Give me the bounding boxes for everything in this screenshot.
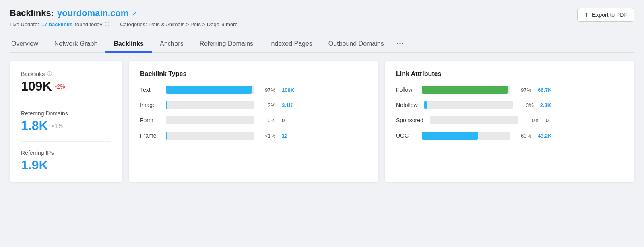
nav-tabs: Overview Network Graph Backlinks Anchors…: [10, 33, 634, 53]
referring-domains-value: 1.8K <1%: [21, 118, 111, 133]
export-pdf-button[interactable]: ⬆ Export to PDF: [577, 8, 634, 22]
bar-pct-text: 97%: [261, 87, 275, 93]
backlinks-stat: Backlinks ⓘ 109K -2%: [21, 70, 111, 102]
bar-row-sponsored: Sponsored 0% 0: [396, 116, 623, 124]
export-icon: ⬆: [584, 12, 589, 18]
domain-name: yourdomain.com: [57, 8, 128, 19]
bar-fill-image: [166, 101, 167, 109]
bar-pct-nofollow: 3%: [519, 102, 534, 108]
page-wrapper: Backlinks: yourdomain.com ↗ Live Update:…: [0, 0, 644, 247]
title-row: Backlinks: yourdomain.com ↗: [10, 8, 238, 19]
tab-backlinks[interactable]: Backlinks: [105, 36, 152, 53]
referring-domains-stat: Referring Domains 1.8K <1%: [21, 110, 111, 142]
bar-label-frame: Frame: [140, 132, 159, 139]
bar-count-ugc[interactable]: 43.2K: [538, 133, 557, 139]
tab-anchors[interactable]: Anchors: [152, 36, 192, 53]
bar-fill-nofollow: [424, 101, 427, 109]
bar-fill-frame: [166, 132, 167, 140]
live-backlinks-count[interactable]: 17 backlinks: [41, 21, 72, 27]
bar-label-image: Image: [140, 102, 159, 108]
export-button-label: Export to PDF: [592, 12, 627, 18]
more-categories-link[interactable]: 9 more: [221, 21, 237, 27]
tab-outbound-domains[interactable]: Outbound Domains: [320, 36, 392, 53]
live-update-prefix: Live Update:: [10, 21, 39, 27]
bar-count-text[interactable]: 109K: [282, 87, 301, 93]
tab-referring-domains[interactable]: Referring Domains: [192, 36, 261, 53]
bar-row-nofollow: Nofollow 3% 2.3K: [396, 101, 623, 109]
stats-card: Backlinks ⓘ 109K -2% Referring Domains 1…: [10, 61, 122, 182]
page-title-static: Backlinks:: [10, 8, 54, 19]
bar-track-frame: [166, 132, 254, 140]
bar-pct-ugc: 63%: [517, 133, 531, 139]
backlinks-change: -2%: [55, 83, 65, 90]
categories-label: Categories:: [120, 21, 147, 27]
bar-track-image: [166, 101, 254, 109]
info-icon[interactable]: ⓘ: [105, 21, 109, 28]
main-content: Backlinks ⓘ 109K -2% Referring Domains 1…: [10, 61, 634, 182]
backlinks-label: Backlinks ⓘ: [21, 70, 111, 77]
bar-label-nofollow: Nofollow: [396, 102, 418, 108]
referring-domains-change: <1%: [52, 123, 63, 129]
bar-fill-ugc: [422, 132, 478, 140]
referring-ips-label: Referring IPs: [21, 150, 111, 156]
bar-track-sponsored: [430, 116, 518, 124]
tab-network-graph[interactable]: Network Graph: [46, 36, 106, 53]
bar-row-frame: Frame <1% 12: [140, 132, 367, 140]
bar-pct-follow: 97%: [517, 87, 531, 93]
subtitle-row: Live Update: 17 backlinks found today ⓘ …: [10, 21, 238, 28]
bar-row-ugc: UGC 63% 43.2K: [396, 132, 623, 140]
bar-label-ugc: UGC: [396, 132, 415, 139]
bar-label-sponsored: Sponsored: [396, 117, 423, 124]
referring-ips-stat: Referring IPs 1.9K: [21, 150, 111, 173]
bar-count-frame[interactable]: 12: [282, 133, 301, 139]
header-left: Backlinks: yourdomain.com ↗ Live Update:…: [10, 8, 238, 28]
bar-label-form: Form: [140, 117, 159, 124]
bar-row-image: Image 2% 3.1K: [140, 101, 367, 109]
more-tabs-button[interactable]: ···: [392, 36, 409, 53]
tab-indexed-pages[interactable]: Indexed Pages: [261, 36, 320, 53]
bar-pct-sponsored: 0%: [525, 117, 539, 124]
bar-row-form: Form 0% 0: [140, 116, 367, 124]
backlink-types-title: Backlink Types: [140, 70, 367, 78]
tab-overview[interactable]: Overview: [10, 36, 46, 53]
bar-count-nofollow[interactable]: 2.3K: [540, 102, 559, 108]
bar-label-follow: Follow: [396, 86, 415, 93]
bar-count-follow[interactable]: 66.7K: [538, 87, 557, 93]
categories-value: Pets & Animals > Pets > Dogs: [149, 21, 219, 27]
external-link-icon[interactable]: ↗: [132, 10, 137, 17]
bar-row-follow: Follow 97% 66.7K: [396, 86, 623, 94]
bar-pct-image: 2%: [261, 102, 275, 108]
bar-fill-text: [166, 86, 252, 94]
bar-row-text: Text 97% 109K: [140, 86, 367, 94]
bar-fill-follow: [422, 86, 508, 94]
referring-ips-value: 1.9K: [21, 158, 111, 173]
link-attributes-card: Link Attributes Follow 97% 66.7K Nofollo…: [385, 61, 634, 182]
bar-count-form: 0: [282, 117, 301, 124]
backlinks-value: 109K -2%: [21, 79, 111, 94]
bar-pct-frame: <1%: [261, 133, 275, 139]
bar-count-image[interactable]: 3.1K: [282, 102, 301, 108]
bar-track-form: [166, 116, 254, 124]
bar-track-follow: [422, 86, 510, 94]
live-update-suffix: found today: [75, 21, 102, 27]
bar-track-ugc: [422, 132, 510, 140]
bar-track-nofollow: [424, 101, 513, 109]
backlinks-info-icon[interactable]: ⓘ: [47, 70, 52, 77]
backlink-types-card: Backlink Types Text 97% 109K Image 2% 3.…: [129, 61, 378, 182]
link-attributes-title: Link Attributes: [396, 70, 623, 78]
bar-count-sponsored: 0: [546, 117, 565, 124]
header: Backlinks: yourdomain.com ↗ Live Update:…: [10, 8, 634, 28]
bar-label-text: Text: [140, 86, 159, 93]
bar-track-text: [166, 86, 254, 94]
bar-pct-form: 0%: [261, 117, 275, 124]
referring-domains-label: Referring Domains: [21, 110, 111, 117]
